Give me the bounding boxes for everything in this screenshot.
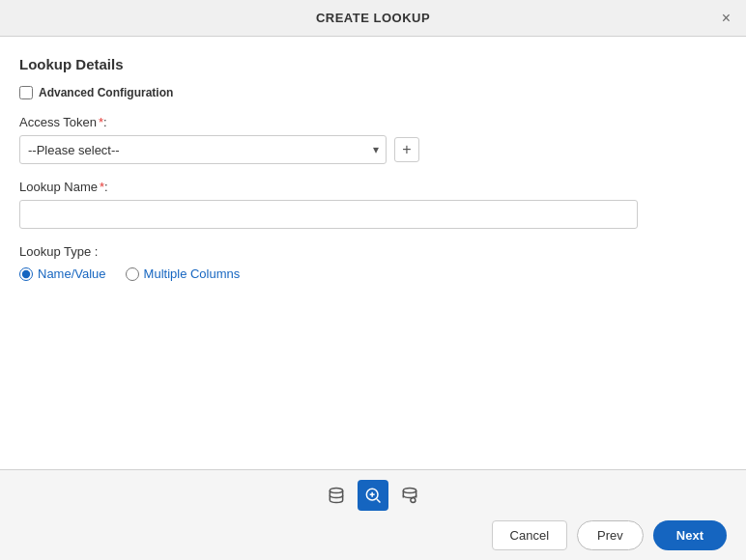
cancel-button[interactable]: Cancel xyxy=(492,520,567,550)
advanced-config-label[interactable]: Advanced Configuration xyxy=(39,86,173,99)
radio-name-value-input[interactable] xyxy=(19,267,33,281)
lookup-name-required: * xyxy=(100,180,104,194)
lookup-type-group: Lookup Type : Name/Value Multiple Column… xyxy=(19,244,727,281)
search-lookup-icon xyxy=(363,486,383,505)
access-token-label: Access Token*: xyxy=(19,115,727,129)
settings-lookup-icon xyxy=(400,486,419,505)
access-token-select[interactable]: --Please select-- xyxy=(19,135,387,164)
database-icon xyxy=(327,486,346,505)
lookup-name-input[interactable] xyxy=(19,200,638,229)
lookup-name-label: Lookup Name*: xyxy=(19,180,727,194)
next-button[interactable]: Next xyxy=(653,520,727,550)
svg-point-5 xyxy=(403,489,416,493)
dialog-title: CREATE LOOKUP xyxy=(316,11,430,25)
lookup-name-group: Lookup Name*: xyxy=(19,180,727,229)
access-token-select-wrapper: --Please select-- ▾ xyxy=(19,135,387,164)
radio-multiple-columns-input[interactable] xyxy=(126,267,139,281)
prev-button[interactable]: Prev xyxy=(577,520,644,550)
settings-lookup-icon-button[interactable] xyxy=(394,480,425,511)
svg-line-2 xyxy=(377,499,381,503)
dialog-header: CREATE LOOKUP × xyxy=(0,0,746,37)
svg-point-0 xyxy=(330,489,342,493)
access-token-group: Access Token*: --Please select-- ▾ + xyxy=(19,115,727,164)
database-icon-button[interactable] xyxy=(321,480,352,511)
add-access-token-button[interactable]: + xyxy=(394,137,419,162)
close-button[interactable]: × xyxy=(718,9,734,28)
radio-name-value[interactable]: Name/Value xyxy=(19,266,106,281)
dialog-footer: Cancel Prev Next xyxy=(0,469,746,560)
radio-multiple-columns[interactable]: Multiple Columns xyxy=(126,266,241,281)
section-title: Lookup Details xyxy=(19,56,727,72)
dialog-body: Lookup Details Advanced Configuration Ac… xyxy=(0,37,746,469)
footer-actions: Cancel Prev Next xyxy=(19,520,727,550)
lookup-type-label: Lookup Type : xyxy=(19,244,727,259)
search-lookup-icon-button[interactable] xyxy=(358,480,388,511)
lookup-type-options: Name/Value Multiple Columns xyxy=(19,266,727,281)
radio-name-value-label: Name/Value xyxy=(38,266,106,281)
advanced-config-checkbox[interactable] xyxy=(19,86,33,99)
radio-multiple-columns-label: Multiple Columns xyxy=(144,266,241,281)
create-lookup-dialog: CREATE LOOKUP × Lookup Details Advanced … xyxy=(0,0,746,560)
access-token-required: * xyxy=(99,115,103,129)
footer-icons xyxy=(321,480,425,511)
access-token-row: --Please select-- ▾ + xyxy=(19,135,727,164)
advanced-config-row: Advanced Configuration xyxy=(19,86,727,99)
